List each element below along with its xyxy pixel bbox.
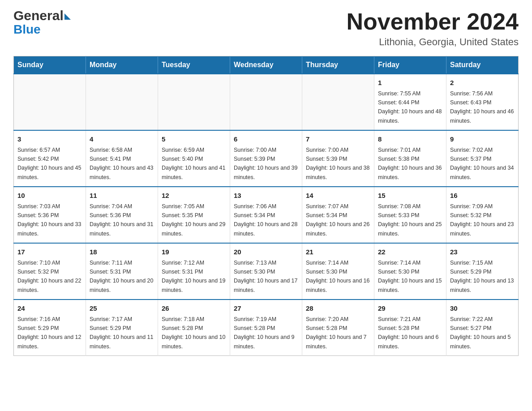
day-info: Sunrise: 7:55 AMSunset: 6:44 PMDaylight:… [378, 90, 442, 124]
day-number: 19 [162, 247, 226, 257]
day-number: 18 [90, 247, 154, 257]
day-info: Sunrise: 7:18 AMSunset: 5:28 PMDaylight:… [162, 316, 225, 350]
weekday-header-wednesday: Wednesday [230, 56, 302, 74]
weekday-header-saturday: Saturday [446, 56, 519, 74]
month-title: November 2024 [347, 9, 519, 34]
logo-general-text: General [13, 9, 64, 22]
calendar-cell-w1-d5: 1Sunrise: 7:55 AMSunset: 6:44 PMDaylight… [374, 74, 446, 130]
day-info: Sunrise: 7:00 AMSunset: 5:39 PMDaylight:… [306, 147, 369, 180]
day-number: 24 [17, 304, 82, 314]
day-info: Sunrise: 7:03 AMSunset: 5:36 PMDaylight:… [17, 203, 81, 237]
day-number: 27 [234, 304, 298, 314]
day-number: 22 [378, 247, 442, 257]
day-number: 12 [162, 191, 226, 201]
calendar-cell-w2-d3: 6Sunrise: 7:00 AMSunset: 5:39 PMDaylight… [230, 130, 302, 187]
calendar-cell-w2-d2: 5Sunrise: 6:59 AMSunset: 5:40 PMDaylight… [158, 130, 230, 187]
day-info: Sunrise: 7:04 AMSunset: 5:36 PMDaylight:… [90, 203, 153, 237]
day-number: 30 [450, 304, 515, 314]
day-info: Sunrise: 7:10 AMSunset: 5:32 PMDaylight:… [17, 260, 81, 293]
day-info: Sunrise: 7:19 AMSunset: 5:28 PMDaylight:… [234, 316, 295, 350]
calendar-header-row: SundayMondayTuesdayWednesdayThursdayFrid… [14, 56, 519, 74]
day-info: Sunrise: 7:14 AMSunset: 5:30 PMDaylight:… [306, 260, 369, 293]
calendar-cell-w1-d4 [302, 74, 374, 130]
calendar-cell-w4-d6: 23Sunrise: 7:15 AMSunset: 5:29 PMDayligh… [446, 243, 519, 300]
calendar-week-1: 1Sunrise: 7:55 AMSunset: 6:44 PMDaylight… [14, 74, 519, 130]
day-number: 26 [162, 304, 226, 314]
day-info: Sunrise: 7:56 AMSunset: 6:43 PMDaylight:… [450, 90, 514, 124]
calendar-cell-w3-d6: 16Sunrise: 7:09 AMSunset: 5:32 PMDayligh… [446, 187, 519, 243]
calendar-cell-w1-d3 [230, 74, 302, 130]
day-info: Sunrise: 7:09 AMSunset: 5:32 PMDaylight:… [450, 203, 514, 237]
day-info: Sunrise: 7:06 AMSunset: 5:34 PMDaylight:… [234, 203, 297, 237]
day-info: Sunrise: 6:59 AMSunset: 5:40 PMDaylight:… [162, 147, 225, 180]
day-info: Sunrise: 7:02 AMSunset: 5:37 PMDaylight:… [450, 147, 514, 180]
day-info: Sunrise: 7:07 AMSunset: 5:34 PMDaylight:… [306, 203, 369, 237]
day-number: 4 [90, 134, 154, 145]
calendar-cell-w2-d6: 9Sunrise: 7:02 AMSunset: 5:37 PMDaylight… [446, 130, 519, 187]
day-info: Sunrise: 7:22 AMSunset: 5:27 PMDaylight:… [450, 316, 511, 350]
day-number: 13 [234, 191, 298, 201]
day-info: Sunrise: 6:57 AMSunset: 5:42 PMDaylight:… [17, 147, 81, 180]
calendar-cell-w3-d3: 13Sunrise: 7:06 AMSunset: 5:34 PMDayligh… [230, 187, 302, 243]
calendar-cell-w5-d6: 30Sunrise: 7:22 AMSunset: 5:27 PMDayligh… [446, 300, 519, 356]
location-label: Lithonia, Georgia, United States [347, 36, 519, 48]
calendar-cell-w5-d1: 25Sunrise: 7:17 AMSunset: 5:29 PMDayligh… [86, 300, 158, 356]
logo-blue-text: Blue [13, 22, 41, 37]
day-number: 21 [306, 247, 370, 257]
day-number: 3 [17, 134, 82, 145]
day-number: 6 [234, 134, 298, 145]
day-info: Sunrise: 7:01 AMSunset: 5:38 PMDaylight:… [378, 147, 442, 180]
calendar-cell-w4-d0: 17Sunrise: 7:10 AMSunset: 5:32 PMDayligh… [14, 243, 86, 300]
day-number: 23 [450, 247, 515, 257]
calendar-cell-w1-d0 [14, 74, 86, 130]
day-number: 10 [17, 191, 82, 201]
calendar-cell-w5-d4: 28Sunrise: 7:20 AMSunset: 5:28 PMDayligh… [302, 300, 374, 356]
day-number: 20 [234, 247, 298, 257]
calendar-week-3: 10Sunrise: 7:03 AMSunset: 5:36 PMDayligh… [14, 187, 519, 243]
day-number: 7 [306, 134, 370, 145]
page-header: General Blue November 2024 Lithonia, Geo… [13, 9, 519, 48]
weekday-header-friday: Friday [374, 56, 446, 74]
calendar-week-2: 3Sunrise: 6:57 AMSunset: 5:42 PMDaylight… [14, 130, 519, 187]
title-section: November 2024 Lithonia, Georgia, United … [347, 9, 519, 48]
calendar-cell-w1-d6: 2Sunrise: 7:56 AMSunset: 6:43 PMDaylight… [446, 74, 519, 130]
day-number: 8 [378, 134, 442, 145]
day-number: 2 [450, 78, 515, 88]
calendar-cell-w2-d1: 4Sunrise: 6:58 AMSunset: 5:41 PMDaylight… [86, 130, 158, 187]
calendar-cell-w2-d0: 3Sunrise: 6:57 AMSunset: 5:42 PMDaylight… [14, 130, 86, 187]
calendar-week-4: 17Sunrise: 7:10 AMSunset: 5:32 PMDayligh… [14, 243, 519, 300]
logo: General Blue [13, 9, 71, 37]
day-info: Sunrise: 7:12 AMSunset: 5:31 PMDaylight:… [162, 260, 225, 293]
weekday-header-thursday: Thursday [302, 56, 374, 74]
weekday-header-monday: Monday [86, 56, 158, 74]
day-info: Sunrise: 7:20 AMSunset: 5:28 PMDaylight:… [306, 316, 367, 350]
day-number: 9 [450, 134, 515, 145]
day-info: Sunrise: 7:13 AMSunset: 5:30 PMDaylight:… [234, 260, 297, 293]
day-number: 25 [90, 304, 154, 314]
day-number: 29 [378, 304, 442, 314]
weekday-header-sunday: Sunday [14, 56, 86, 74]
calendar-cell-w5-d2: 26Sunrise: 7:18 AMSunset: 5:28 PMDayligh… [158, 300, 230, 356]
day-number: 28 [306, 304, 370, 314]
day-info: Sunrise: 7:14 AMSunset: 5:30 PMDaylight:… [378, 260, 442, 293]
logo-arrow-icon [64, 13, 71, 20]
day-number: 5 [162, 134, 226, 145]
calendar-cell-w3-d5: 15Sunrise: 7:08 AMSunset: 5:33 PMDayligh… [374, 187, 446, 243]
day-number: 16 [450, 191, 515, 201]
calendar-cell-w3-d4: 14Sunrise: 7:07 AMSunset: 5:34 PMDayligh… [302, 187, 374, 243]
day-info: Sunrise: 6:58 AMSunset: 5:41 PMDaylight:… [90, 147, 153, 180]
day-info: Sunrise: 7:11 AMSunset: 5:31 PMDaylight:… [90, 260, 153, 293]
calendar-table: SundayMondayTuesdayWednesdayThursdayFrid… [13, 56, 519, 356]
calendar-week-5: 24Sunrise: 7:16 AMSunset: 5:29 PMDayligh… [14, 300, 519, 356]
calendar-cell-w4-d5: 22Sunrise: 7:14 AMSunset: 5:30 PMDayligh… [374, 243, 446, 300]
weekday-header-tuesday: Tuesday [158, 56, 230, 74]
calendar-cell-w1-d2 [158, 74, 230, 130]
calendar-cell-w5-d3: 27Sunrise: 7:19 AMSunset: 5:28 PMDayligh… [230, 300, 302, 356]
day-info: Sunrise: 7:16 AMSunset: 5:29 PMDaylight:… [17, 316, 81, 350]
calendar-cell-w3-d1: 11Sunrise: 7:04 AMSunset: 5:36 PMDayligh… [86, 187, 158, 243]
day-info: Sunrise: 7:21 AMSunset: 5:28 PMDaylight:… [378, 316, 439, 350]
day-info: Sunrise: 7:00 AMSunset: 5:39 PMDaylight:… [234, 147, 297, 180]
day-info: Sunrise: 7:15 AMSunset: 5:29 PMDaylight:… [450, 260, 514, 293]
calendar-cell-w4-d3: 20Sunrise: 7:13 AMSunset: 5:30 PMDayligh… [230, 243, 302, 300]
calendar-cell-w4-d2: 19Sunrise: 7:12 AMSunset: 5:31 PMDayligh… [158, 243, 230, 300]
